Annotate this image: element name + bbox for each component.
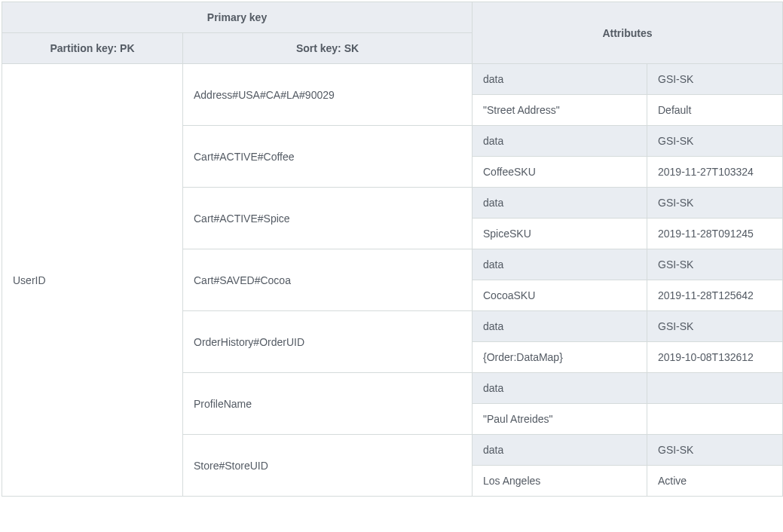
attr-header-cell: GSI-SK — [647, 435, 783, 466]
attr-header-cell: GSI-SK — [647, 249, 783, 280]
attr-value-cell: {Order:DataMap} — [473, 342, 647, 373]
attr-header-cell: GSI-SK — [647, 64, 783, 95]
sort-key-cell: Cart#SAVED#Cocoa — [183, 249, 473, 311]
attr-value-cell: "Paul Atreides" — [473, 404, 647, 435]
header-sort-key: Sort key: SK — [183, 33, 473, 64]
header-attributes: Attributes — [473, 2, 783, 64]
attr-header-cell: GSI-SK — [647, 311, 783, 342]
partition-key-cell: UserID — [2, 64, 183, 497]
attr-value-cell: 2019-11-28T125642 — [647, 280, 783, 311]
sort-key-cell: Store#StoreUID — [183, 435, 473, 497]
attr-value-cell: 2019-10-08T132612 — [647, 342, 783, 373]
attr-value-cell — [647, 404, 783, 435]
attr-value-cell: 2019-11-28T091245 — [647, 219, 783, 249]
attr-header-cell: data — [473, 188, 647, 219]
attr-value-cell: Los Angeles — [473, 466, 647, 497]
attr-header-cell: data — [473, 64, 647, 95]
header-primary-key: Primary key — [2, 2, 473, 33]
attr-header-cell: data — [473, 126, 647, 157]
header-partition-key: Partition key: PK — [2, 33, 183, 64]
attr-value-cell: CocoaSKU — [473, 280, 647, 311]
attr-value-cell: Active — [647, 466, 783, 497]
attr-value-cell: CoffeeSKU — [473, 157, 647, 188]
sort-key-cell: Cart#ACTIVE#Spice — [183, 188, 473, 249]
attr-value-cell: "Street Address" — [473, 95, 647, 126]
attr-header-cell: data — [473, 435, 647, 466]
attr-header-cell: data — [473, 311, 647, 342]
attr-header-cell: GSI-SK — [647, 126, 783, 157]
sort-key-cell: OrderHistory#OrderUID — [183, 311, 473, 373]
attr-header-cell — [647, 373, 783, 404]
attr-header-cell: data — [473, 373, 647, 404]
attr-value-cell: SpiceSKU — [473, 219, 647, 249]
attr-header-cell: GSI-SK — [647, 188, 783, 219]
sort-key-cell: Cart#ACTIVE#Coffee — [183, 126, 473, 188]
dynamodb-single-table: Primary key Attributes Partition key: PK… — [2, 2, 783, 497]
sort-key-cell: ProfileName — [183, 373, 473, 435]
attr-value-cell: 2019-11-27T103324 — [647, 157, 783, 188]
attr-header-cell: data — [473, 249, 647, 280]
sort-key-cell: Address#USA#CA#LA#90029 — [183, 64, 473, 126]
attr-value-cell: Default — [647, 95, 783, 126]
